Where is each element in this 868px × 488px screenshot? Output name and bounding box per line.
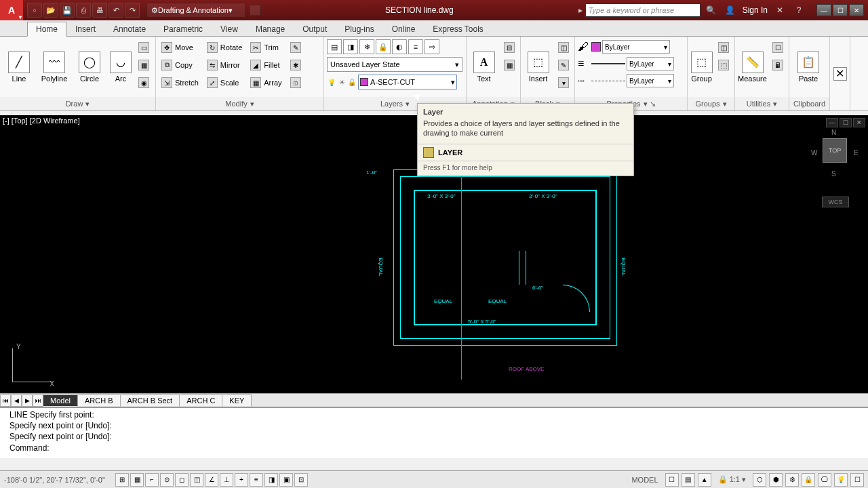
circle-button[interactable]: ◯Circle [73, 39, 106, 94]
lwt-icon[interactable]: ≡ [250, 473, 263, 487]
dyn-icon[interactable]: + [235, 473, 248, 487]
tpy-icon[interactable]: ◨ [264, 473, 278, 487]
panel-utilities-title[interactable]: Utilities ▾ [735, 97, 789, 110]
fillet-button[interactable]: ◢Fillet [248, 57, 284, 73]
sc-icon[interactable]: ⊡ [294, 473, 308, 487]
array-button[interactable]: ▦Array [248, 75, 284, 91]
new-icon[interactable]: ▫ [27, 3, 42, 18]
tab-parametric[interactable]: Parametric [155, 22, 212, 36]
layer-state-dropdown[interactable]: Unsaved Layer State▾ [327, 57, 462, 72]
lweight-dropdown[interactable]: ByLayer▾ [627, 57, 674, 70]
anno-scale[interactable]: 🔒 1:1 ▾ [714, 475, 750, 484]
snap-icon[interactable]: ⊞ [115, 473, 129, 487]
maximize-button[interactable]: ☐ [833, 4, 848, 16]
layer-walk-icon[interactable]: ⇨ [425, 39, 439, 54]
ltype-dropdown[interactable]: ByLayer▾ [627, 74, 674, 87]
annovis-icon[interactable]: ⬡ [753, 473, 766, 487]
offset-icon[interactable]: ⎅ [288, 75, 304, 91]
ltype-icon[interactable]: ┈ [578, 75, 590, 87]
move-button[interactable]: ✥Move [159, 39, 201, 56]
vp-max-icon[interactable]: ☐ [840, 118, 852, 127]
mirror-button[interactable]: ⇋Mirror [204, 57, 245, 73]
panel-clipboard-title[interactable]: Clipboard [789, 97, 829, 110]
layer-off-icon[interactable]: ◐ [392, 39, 407, 54]
search-input[interactable]: Type a keyword or phrase [585, 3, 701, 17]
layout-next-icon[interactable]: ▶ [22, 394, 33, 407]
redo-icon[interactable]: ↷ [125, 3, 140, 18]
osnap-icon[interactable]: ◻ [175, 473, 189, 487]
tab-express[interactable]: Express Tools [424, 22, 492, 36]
layout-tab-key[interactable]: KEY [222, 394, 252, 407]
toolbar-lock-icon[interactable]: 🔒 [802, 473, 815, 487]
layout-tab-archbsect[interactable]: ARCH B Sect [120, 394, 180, 407]
tab-plugins[interactable]: Plug-ins [336, 22, 382, 36]
edit-block-icon[interactable]: ✎ [555, 57, 572, 73]
tab-view[interactable]: View [212, 22, 247, 36]
layout-tab-model[interactable]: Model [43, 394, 78, 407]
text-button[interactable]: AText [469, 39, 498, 94]
save-icon[interactable]: 💾 [60, 3, 75, 18]
3dosnap-icon[interactable]: ◫ [190, 473, 203, 487]
title-arrow-icon[interactable]: ▸ [578, 5, 585, 15]
layout-last-icon[interactable]: ⏭ [33, 394, 43, 407]
signin-text[interactable]: Sign In [743, 5, 768, 15]
scale-button[interactable]: ⤢Scale [204, 75, 245, 91]
panel-groups-title[interactable]: Groups ▾ [688, 97, 734, 110]
tab-home[interactable]: Home [27, 22, 66, 37]
layer-props-icon[interactable]: ▤ [327, 39, 342, 54]
open-icon[interactable]: 📂 [43, 3, 58, 18]
tab-manage[interactable]: Manage [247, 22, 294, 36]
workspace-expand-icon[interactable] [250, 5, 260, 16]
hatch-icon[interactable]: ▦ [136, 57, 152, 73]
explode-icon[interactable]: ✱ [288, 57, 304, 73]
isolate-icon[interactable]: 💡 [834, 473, 848, 487]
arc-button[interactable]: ◡Arc [108, 39, 133, 94]
minimize-button[interactable]: — [816, 4, 831, 16]
tab-output[interactable]: Output [294, 22, 336, 36]
annoscale-icon[interactable]: ▲ [698, 473, 711, 487]
app-menu-button[interactable]: A [0, 0, 23, 20]
calc-icon[interactable]: 🖩 [770, 57, 786, 73]
table-icon[interactable]: ▦ [501, 57, 517, 73]
create-block-icon[interactable]: ◫ [555, 39, 572, 56]
undo-icon[interactable]: ↶ [108, 3, 123, 18]
rect-icon[interactable]: ▭ [136, 39, 152, 56]
exchange-icon[interactable]: ✕ [773, 3, 787, 17]
polar-icon[interactable]: ⊙ [160, 473, 174, 487]
copy-button[interactable]: ⧉Copy [159, 57, 201, 73]
ellipse-icon[interactable]: ◉ [136, 75, 152, 91]
model-space-toggle[interactable]: MODEL [627, 476, 662, 484]
signin-icon[interactable]: 👤 [724, 3, 737, 17]
erase-icon[interactable]: ✎ [288, 39, 304, 56]
print-icon[interactable]: 🖶 [92, 3, 107, 18]
match-props-icon[interactable]: 🖌 [578, 41, 590, 53]
coordinates[interactable]: -108'-0 1/2", 20'-7 17/32", 0'-0" [0, 476, 115, 484]
tab-insert[interactable]: Insert [66, 22, 104, 36]
help-icon[interactable]: ? [792, 3, 806, 17]
layout-tab-archc[interactable]: ARCH C [179, 394, 222, 407]
polyline-button[interactable]: 〰Polyline [38, 39, 71, 94]
otrack-icon[interactable]: ∠ [205, 473, 218, 487]
select-icon[interactable]: ☐ [770, 39, 786, 56]
tab-annotate[interactable]: Annotate [104, 22, 155, 36]
layer-match-icon[interactable]: ≡ [408, 39, 423, 54]
close-button[interactable]: ✕ [849, 4, 864, 16]
grid-display-icon[interactable]: ☐ [665, 473, 679, 487]
viewport-label[interactable]: [-] [Top] [2D Wireframe] [3, 117, 80, 125]
vp-min-icon[interactable]: — [826, 118, 838, 127]
workspace-selector[interactable]: ⚙ Drafting & Annotation ▾ [146, 3, 245, 18]
layer-freeze-icon[interactable]: ❄ [359, 39, 374, 54]
cmd-prompt[interactable]: Command: [9, 443, 859, 453]
qp-icon[interactable]: ▣ [279, 473, 293, 487]
ducs-icon[interactable]: ⊥ [220, 473, 233, 487]
paste-button[interactable]: 📋Paste [792, 39, 825, 94]
saveas-icon[interactable]: ⎙ [76, 3, 91, 18]
trim-button[interactable]: ✂Trim [248, 39, 284, 56]
group-button[interactable]: ⬚Group [690, 39, 713, 94]
viewcube[interactable]: N W E S TOP [811, 129, 859, 190]
hardware-icon[interactable]: 🖵 [818, 473, 831, 487]
tab-online[interactable]: Online [383, 22, 425, 36]
grid-icon[interactable]: ▦ [130, 473, 144, 487]
layer-lock-icon[interactable]: 🔒 [376, 39, 391, 54]
color-dropdown[interactable]: ByLayer▾ [602, 40, 670, 54]
